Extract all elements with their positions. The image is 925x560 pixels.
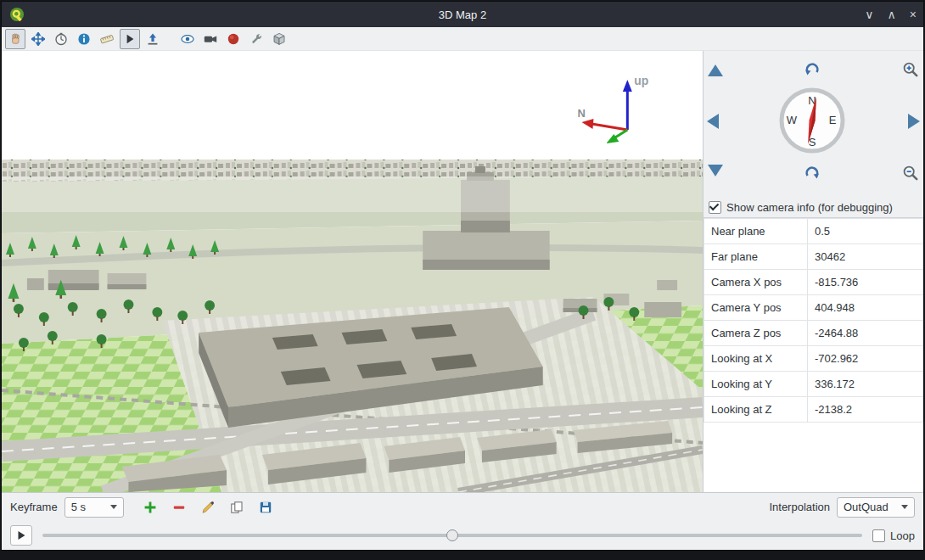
interpolation-label: Interpolation [769, 501, 830, 513]
show-camera-info-label: Show camera info (for debugging) [726, 201, 893, 214]
timeline-slider[interactable] [42, 527, 862, 544]
minus-icon [172, 501, 186, 514]
table-row: Looking at Y336.172 [704, 372, 923, 397]
add-keyframe-button[interactable] [139, 496, 161, 518]
export-scene-button[interactable] [269, 29, 289, 49]
table-row: Near plane0.5 [704, 219, 923, 244]
axis-up-label: up [634, 74, 648, 87]
titlebar[interactable]: 3D Map 2 ∨ ∧ × [2, 2, 923, 27]
camera-info-value: 0.5 [808, 219, 923, 244]
viewport-3d[interactable]: up N [2, 51, 703, 492]
qgis-logo-icon [8, 6, 25, 23]
camera-info-label: Camera X pos [704, 270, 808, 295]
chevron-down-icon [901, 505, 908, 509]
maximize-button[interactable]: ∧ [888, 8, 896, 20]
arrow-down-icon [708, 165, 723, 176]
qgis-3d-map-window: 3D Map 2 ∨ ∧ × [1, 1, 924, 551]
on-screen-notification-button[interactable] [74, 29, 94, 49]
compass-w-label: W [787, 114, 798, 126]
camera-info-value: -815.736 [808, 270, 923, 295]
remove-keyframe-button[interactable] [168, 496, 190, 518]
show-camera-info-checkbox[interactable]: Show camera info (for debugging) [704, 197, 923, 217]
duplicate-keyframe-button[interactable] [226, 496, 248, 518]
window-title: 3D Map 2 [2, 8, 923, 21]
rotate-cw-icon [804, 165, 821, 182]
rotate-ccw-icon [804, 61, 821, 78]
hand-icon [8, 32, 22, 46]
camera-info-table-wrap: Near plane0.5 Far plane30462 Camera X po… [704, 217, 923, 492]
configure-button[interactable] [246, 29, 266, 49]
camera-info-value: 336.172 [808, 372, 923, 397]
table-row: Camera Y pos404.948 [704, 295, 923, 321]
ruler-icon [100, 32, 114, 46]
camera-info-table: Near plane0.5 Far plane30462 Camera X po… [704, 218, 923, 423]
loop-checkbox[interactable]: Loop [872, 529, 915, 542]
camera-info-label: Near plane [704, 219, 808, 244]
pencil-icon [201, 501, 215, 514]
move-arrows-icon [31, 32, 45, 46]
camera-info-label: Camera Y pos [704, 295, 808, 321]
pan-left-button[interactable] [707, 114, 719, 129]
atmosphere-haze [2, 176, 703, 212]
pan-up-button[interactable] [708, 64, 723, 76]
slider-handle[interactable] [446, 529, 458, 541]
camera-info-value: 404.948 [808, 295, 923, 321]
edit-keyframe-button[interactable] [197, 496, 219, 518]
table-row: Far plane30462 [704, 244, 923, 270]
camera-info-label: Looking at Y [704, 372, 808, 397]
effects-button[interactable] [223, 29, 244, 49]
plus-icon [143, 501, 157, 514]
camera-info-value: -2138.2 [808, 397, 923, 423]
close-button[interactable]: × [910, 8, 917, 20]
cube-icon [272, 32, 286, 46]
floppy-save-icon [259, 501, 272, 514]
video-camera-icon [204, 32, 217, 46]
camera-control-button[interactable] [5, 29, 25, 49]
camera-info-value: -702.962 [808, 346, 923, 372]
scene-3d: up N [2, 51, 703, 492]
measure-line-button[interactable] [97, 29, 117, 49]
pan-down-button[interactable] [708, 165, 723, 176]
toolbar [2, 27, 923, 51]
checkbox-unchecked-icon [872, 529, 885, 542]
keyframe-select[interactable]: 5 s [64, 497, 124, 518]
copy-icon [230, 501, 244, 514]
table-row: Looking at Z-2138.2 [704, 397, 923, 423]
chevron-down-icon [110, 505, 117, 509]
camera-button[interactable] [200, 29, 221, 49]
save-animation-button[interactable] [255, 496, 277, 518]
camera-info-label: Looking at X [704, 346, 808, 372]
animation-timer-button[interactable] [51, 29, 71, 49]
camera-info-label: Far plane [704, 244, 808, 270]
animations-button[interactable] [120, 29, 140, 49]
minimize-button[interactable]: ∨ [865, 8, 873, 20]
compass-e-label: E [829, 114, 837, 126]
camera-info-value: -2464.88 [808, 321, 923, 346]
export-arrow-icon [146, 32, 160, 46]
rotate-ccw-button[interactable] [804, 61, 821, 78]
keyframe-value: 5 s [71, 501, 86, 513]
visibility-button[interactable] [177, 29, 198, 49]
camera-info-label: Camera Z pos [704, 321, 808, 346]
zoom-in-button[interactable] [902, 61, 919, 78]
axis-north-label: N [578, 107, 586, 120]
clock-icon [54, 32, 68, 46]
camera-info-value: 30462 [808, 244, 923, 270]
play-button[interactable] [10, 525, 32, 546]
checkbox-checked-icon [709, 201, 721, 214]
loop-label: Loop [890, 529, 915, 542]
zoom-in-icon [902, 61, 919, 78]
zoom-out-button[interactable] [902, 165, 919, 182]
arrow-right-icon [908, 114, 920, 129]
zoom-full-button[interactable] [28, 29, 48, 49]
save-image-button[interactable] [143, 29, 163, 49]
arrow-left-icon [707, 114, 719, 129]
info-icon [77, 32, 91, 46]
rotate-cw-button[interactable] [804, 165, 821, 182]
wrench-icon [249, 32, 263, 46]
navigation-controls: N E S W [704, 51, 923, 197]
pan-right-button[interactable] [908, 114, 920, 129]
interpolation-select[interactable]: OutQuad [837, 497, 915, 518]
compass[interactable]: N E S W [773, 81, 851, 160]
table-row: Looking at X-702.962 [704, 346, 923, 372]
